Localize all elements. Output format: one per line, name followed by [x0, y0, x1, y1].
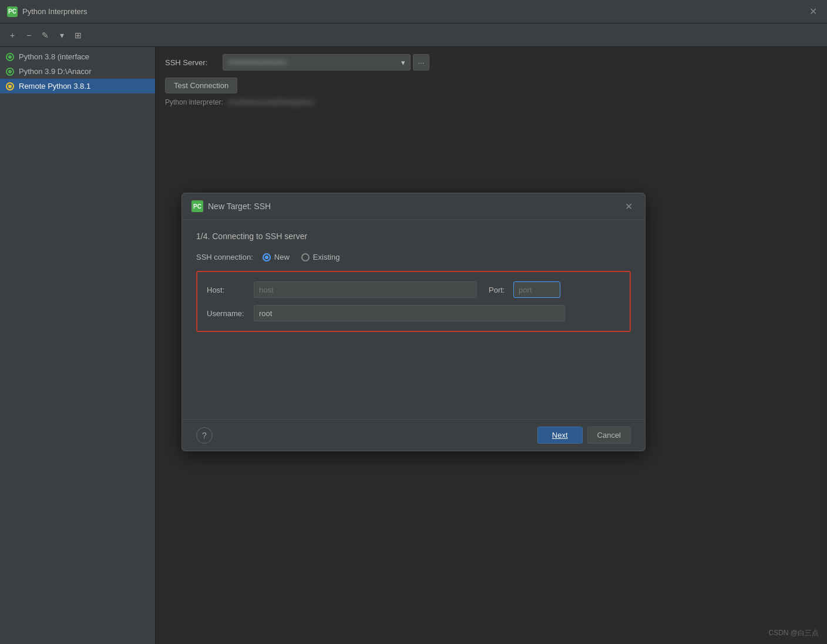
step-indicator: 1/4. Connecting to SSH server	[196, 232, 631, 241]
username-label: Username:	[207, 309, 254, 318]
ssh-connection-label: SSH connection:	[196, 253, 253, 261]
host-label: Host:	[207, 286, 254, 294]
port-label: Port:	[489, 286, 509, 294]
next-button[interactable]: Next	[537, 427, 583, 444]
radio-group: New Existing	[263, 253, 340, 261]
ssh-connection-row: SSH connection: New Existing	[196, 253, 631, 261]
port-input[interactable]	[513, 281, 560, 298]
modal-title-bar: PC New Target: SSH ✕	[182, 193, 645, 220]
username-input[interactable]	[254, 305, 565, 321]
username-row: Username:	[207, 305, 620, 321]
form-box: Host: Port: Username:	[196, 271, 631, 332]
cancel-button[interactable]: Cancel	[587, 427, 631, 444]
radio-option-new[interactable]: New	[263, 253, 290, 261]
radio-new-dot	[265, 256, 268, 259]
radio-option-existing[interactable]: Existing	[301, 253, 340, 261]
help-button[interactable]: ?	[196, 427, 213, 444]
modal-body: 1/4. Connecting to SSH server SSH connec…	[182, 220, 645, 419]
modal-close-button[interactable]: ✕	[621, 199, 636, 213]
modal-footer: ? Next Cancel	[182, 419, 645, 451]
modal-title: New Target: SSH	[208, 202, 271, 211]
modal-overlay: PC New Target: SSH ✕ 1/4. Connecting to …	[0, 0, 827, 644]
host-port-row: Host: Port:	[207, 281, 620, 298]
radio-new-label: New	[274, 253, 290, 261]
host-input[interactable]	[254, 281, 477, 298]
new-target-ssh-dialog: PC New Target: SSH ✕ 1/4. Connecting to …	[181, 193, 646, 451]
radio-new-circle	[263, 253, 271, 261]
modal-app-icon: PC	[191, 200, 203, 212]
radio-existing-label: Existing	[313, 253, 340, 261]
radio-existing-circle	[301, 253, 310, 261]
